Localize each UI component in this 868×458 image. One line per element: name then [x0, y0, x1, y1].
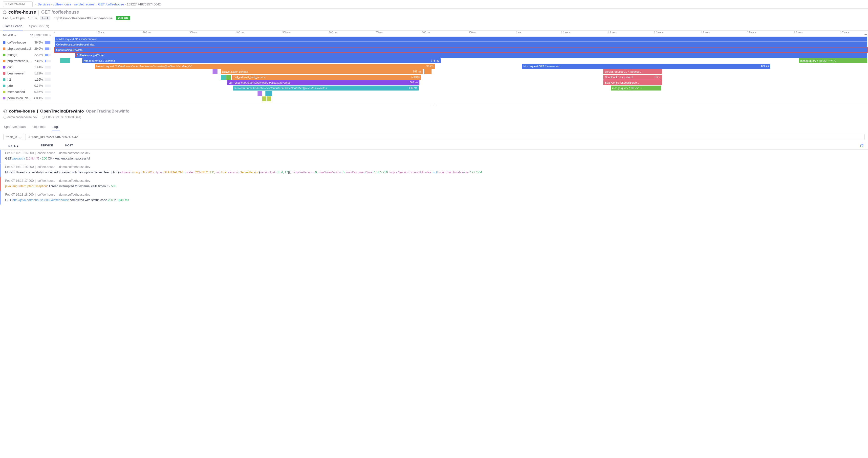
log-date: Feb 07 16:13:16.000: [5, 151, 34, 155]
service-pct: 22.3%: [31, 53, 43, 57]
log-date: Feb 07 16:13:16.000: [5, 165, 34, 169]
service-pct: 0.15%: [31, 90, 43, 94]
flame-span[interactable]: [60, 58, 70, 63]
flame-span[interactable]: [257, 91, 262, 96]
service-header[interactable]: Service: [3, 33, 28, 37]
log-host-header[interactable]: HOST: [65, 144, 860, 148]
service-row[interactable]: coffee-house 36.5%: [0, 39, 54, 46]
service-row[interactable]: mongo 22.3%: [0, 52, 54, 58]
service-name: coffee-house: [7, 40, 31, 44]
flame-span[interactable]: BeanController.redirect182...: [603, 75, 662, 80]
open-external-icon[interactable]: [860, 144, 864, 148]
breadcrumb-item[interactable]: coffee-house: [53, 2, 71, 6]
service-name: php.backend.api: [7, 47, 31, 51]
flame-span[interactable]: [262, 96, 266, 102]
status-badge: 200 OK: [116, 16, 130, 20]
chevron-down-icon: [13, 33, 16, 36]
svg-line-3: [29, 138, 30, 138]
filter-field-dropdown[interactable]: trace_id: [3, 134, 23, 140]
ruler-tick: 1 sec: [516, 31, 522, 34]
ruler-tick: 500 ms: [282, 31, 291, 34]
service-name: memcached: [7, 90, 31, 94]
detail-tab-host-info[interactable]: Host Info: [32, 123, 46, 131]
service-name: bean-server: [7, 71, 31, 75]
flame-span[interactable]: http.request GET /beanserver429 ms: [522, 64, 770, 69]
ruler-tick: 1.5 secs: [747, 31, 756, 34]
log-host: demo.coffeehouse.dev: [59, 193, 90, 196]
detail-tab-logs[interactable]: Logs: [52, 123, 60, 131]
service-pct: 29.0%: [31, 47, 43, 51]
flame-span[interactable]: CoffeeHouse.coffeeHouseIndex: [55, 42, 867, 47]
service-row[interactable]: memcached 0.15%: [0, 89, 54, 95]
log-entry[interactable]: Feb 07 16:13:18.000|coffee-house|demo.co…: [0, 191, 868, 204]
flame-span[interactable]: servlet.request GET /beanse...: [603, 69, 662, 74]
flame-graph[interactable]: 0100 ms200 ms300 ms400 ms500 ms600 ms700…: [54, 31, 868, 103]
breadcrumb-item[interactable]: servlet.request: [74, 2, 95, 6]
color-swatch: [3, 91, 5, 93]
flame-span[interactable]: http.request GET /coffees775 ms: [82, 58, 440, 63]
flame-span[interactable]: laravel.request CoffeeHouse\Controllers\…: [95, 64, 435, 69]
service-row[interactable]: bean-server 1.28%: [0, 70, 54, 77]
span-duration: 568 ms: [410, 80, 418, 85]
flame-span[interactable]: CoffeeHouse.getOrder: [75, 53, 867, 58]
service-row[interactable]: permission_ch... < 0.1%: [0, 95, 54, 101]
flame-span[interactable]: BeanController.beanServe...: [603, 80, 662, 85]
ruler-tick: 400 ms: [236, 31, 244, 34]
flame-span[interactable]: laravel.action coffees596 ms: [221, 69, 423, 74]
flame-span[interactable]: [221, 75, 226, 80]
sort-asc-icon: [17, 145, 18, 147]
flame-span[interactable]: servlet.request GET /coffeehouse: [55, 37, 867, 41]
flame-span[interactable]: curl_exec http://php-coffeehouse-backend…: [227, 80, 420, 85]
detail-tab-span-metadata[interactable]: Span Metadata: [3, 123, 26, 131]
flame-span[interactable]: OpenTracingBrewInfo: [55, 48, 867, 52]
globe-icon: [3, 110, 7, 113]
time-ruler: 0100 ms200 ms300 ms400 ms500 ms600 ms700…: [54, 31, 868, 36]
breadcrumb-item[interactable]: Services: [37, 2, 50, 6]
service-name: pdo: [7, 84, 31, 88]
flame-span[interactable]: [266, 91, 272, 96]
service-row[interactable]: pdo 0.74%: [0, 83, 54, 89]
ruler-collapse-icon[interactable]: [865, 32, 867, 35]
apm-search[interactable]: [3, 1, 33, 7]
operation-title: GET /coffeehouse: [41, 10, 79, 15]
color-swatch: [3, 48, 5, 50]
detail-time: 1.85 s (99.5% of total time): [46, 115, 81, 119]
log-entry[interactable]: Feb 07 16:13:16.000|coffee-house|demo.co…: [0, 150, 868, 163]
log-search-input[interactable]: [31, 135, 862, 139]
flame-span[interactable]: laravel.request CoffeeHouse\Controllers\…: [233, 86, 419, 90]
pct-bar: [45, 72, 51, 75]
pct-bar: [45, 97, 51, 99]
log-date-header[interactable]: DATE: [8, 144, 40, 148]
search-icon: [27, 136, 30, 139]
flame-span[interactable]: mongo.query { "$eval" : ...: [611, 86, 661, 90]
service-row[interactable]: curl 1.41%: [0, 64, 54, 70]
flame-span[interactable]: mongo.query { "$eval" : "?", "...: [799, 58, 867, 63]
flame-span[interactable]: [267, 96, 271, 102]
breadcrumb-item[interactable]: GET /coffeehouse: [98, 2, 124, 6]
pct-bar: [45, 78, 51, 81]
ruler-tick: 900 ms: [469, 31, 477, 34]
service-row[interactable]: php.backend.api 29.0%: [0, 46, 54, 52]
log-entry[interactable]: Feb 07 16:13:16.000|coffee-house|demo.co…: [0, 164, 868, 177]
flame-span[interactable]: [213, 69, 217, 74]
log-search[interactable]: [25, 134, 865, 140]
service-name: php.frontend.s...: [7, 59, 31, 63]
flame-span[interactable]: [226, 75, 231, 80]
span-duration: 569 ms: [411, 75, 420, 80]
apm-search-input[interactable]: [8, 2, 31, 6]
tab-span-list-[interactable]: Span List (59): [29, 22, 50, 30]
log-entry[interactable]: Feb 07 16:13:17.000|coffee-house|demo.co…: [0, 177, 868, 191]
resize-handle[interactable]: ⋮⋮⋮: [0, 103, 868, 106]
service-row[interactable]: php.frontend.s... 7.49%: [0, 58, 54, 64]
log-host: demo.coffeehouse.dev: [59, 165, 90, 169]
exec-time-header[interactable]: % Exec Time: [28, 33, 51, 37]
detail-service: coffee-house: [9, 109, 35, 114]
flame-span[interactable]: call_external_web_service569 ms: [232, 75, 421, 80]
flame-span[interactable]: [424, 69, 432, 74]
log-service-header[interactable]: SERVICE: [40, 144, 65, 148]
service-title: coffee-house: [8, 10, 36, 15]
chevron-down-icon: [19, 136, 22, 139]
service-row[interactable]: h2 1.16%: [0, 77, 54, 83]
tab-flame-graph[interactable]: Flame Graph: [3, 22, 23, 30]
pct-bar: [45, 91, 51, 93]
